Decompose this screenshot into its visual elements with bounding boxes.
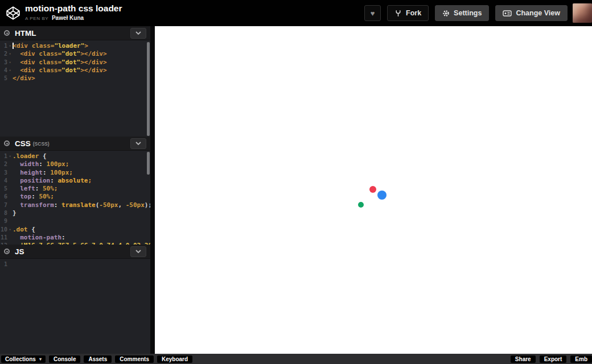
- html-editor-header: HTML: [0, 26, 150, 40]
- fold-gutter: [7, 160, 13, 168]
- code-text: height: 100px;: [13, 169, 73, 177]
- html-code-area[interactable]: 1▾<div class="loader">2▾ <div class="dot…: [0, 40, 150, 82]
- footer-button-label: Export: [544, 356, 562, 362]
- code-line: 1▾.loader {: [0, 152, 150, 160]
- code-line: 2 width: 100px;: [0, 160, 150, 168]
- editor-settings-gear-icon[interactable]: [4, 140, 10, 146]
- fold-gutter: [7, 217, 13, 225]
- fold-gutter: [7, 177, 13, 185]
- footer-button-share[interactable]: Share: [511, 355, 536, 363]
- code-line: 4▾ <div class="dot"></div>: [0, 67, 150, 75]
- js-code-area[interactable]: 1: [0, 259, 150, 268]
- chevron-down-icon: ▾: [39, 355, 42, 363]
- footer-button-label: Share: [515, 356, 531, 362]
- line-number: 3: [0, 169, 7, 177]
- footer-button-assets[interactable]: Assets: [84, 355, 112, 363]
- fold-arrow-icon[interactable]: ▾: [7, 152, 13, 160]
- code-line: 1: [0, 260, 150, 268]
- footer-button-keyboard[interactable]: Keyboard: [157, 355, 192, 363]
- fold-arrow-icon[interactable]: ▾: [7, 50, 13, 58]
- footer-button-emb[interactable]: Emb: [570, 355, 592, 363]
- code-text: top: 50%;: [13, 193, 54, 201]
- line-number: 6: [0, 193, 7, 201]
- code-text: .loader {: [13, 152, 47, 160]
- css-code-area[interactable]: 1▾.loader {2 width: 100px;3 height: 100p…: [0, 151, 150, 245]
- code-text: <div class="dot"></div>: [13, 50, 107, 58]
- avatar[interactable]: [573, 3, 592, 23]
- footer-button-collections[interactable]: Collections▾: [1, 355, 46, 363]
- code-text: <div class="loader">: [13, 42, 88, 50]
- fold-arrow-icon[interactable]: ▾: [7, 226, 13, 234]
- line-number: 11: [0, 234, 7, 242]
- footer-button-comments[interactable]: Comments: [115, 355, 154, 363]
- codepen-logo-icon[interactable]: [6, 6, 20, 20]
- js-editor-section: JS 1: [0, 245, 150, 354]
- code-text: .dot {: [13, 226, 35, 234]
- line-number: 8: [0, 209, 7, 217]
- code-line: 4 position: absolute;: [0, 177, 150, 185]
- line-number: 2: [0, 50, 7, 58]
- code-text: transform: translate(-50px, -50px);: [13, 201, 150, 209]
- line-number: 7: [0, 201, 7, 209]
- chevron-down-icon: [135, 31, 141, 35]
- fold-arrow-icon[interactable]: ▾: [7, 59, 13, 67]
- code-text: }: [13, 209, 17, 217]
- fork-button[interactable]: Fork: [387, 5, 429, 21]
- code-text: </div>: [13, 75, 35, 82]
- pen-byline: A PEN BY Paweł Kuna: [25, 15, 122, 21]
- byline-prefix: A PEN BY: [25, 16, 48, 21]
- footer-button-export[interactable]: Export: [540, 355, 567, 363]
- css-collapse-button[interactable]: [130, 138, 146, 149]
- fold-gutter: [7, 234, 13, 242]
- footer-button-label: Keyboard: [162, 356, 188, 362]
- editor-settings-gear-icon[interactable]: [4, 30, 10, 36]
- html-collapse-button[interactable]: [130, 28, 146, 39]
- line-number: 3: [0, 59, 7, 67]
- fold-gutter: [7, 169, 13, 177]
- code-line: 8}: [0, 209, 150, 217]
- code-line: 10▾.dot {: [0, 226, 150, 234]
- loader-dot-green: [358, 202, 364, 208]
- line-number: 1: [0, 260, 7, 268]
- heart-icon: ♥: [371, 9, 375, 18]
- love-button[interactable]: ♥: [364, 5, 381, 21]
- code-text: left: 50%;: [13, 185, 58, 193]
- settings-label: Settings: [454, 9, 482, 17]
- footer-button-label: Collections: [5, 355, 36, 363]
- chevron-down-icon: [135, 142, 141, 145]
- css-editor-scrollbar[interactable]: [147, 152, 150, 175]
- editor-preview-divider[interactable]: [150, 26, 155, 354]
- code-text: <div class="dot"></div>: [13, 67, 107, 75]
- js-editor-header: JS: [0, 245, 150, 259]
- change-view-label: Change View: [516, 9, 560, 17]
- settings-button[interactable]: Settings: [435, 5, 489, 21]
- fold-arrow-icon[interactable]: ▾: [7, 67, 13, 75]
- code-line: 9: [0, 217, 150, 225]
- line-number: 10: [0, 226, 7, 234]
- fold-gutter: [7, 185, 13, 193]
- code-text: position: absolute;: [13, 177, 92, 185]
- line-number: 1: [0, 42, 7, 50]
- footer-button-label: Emb: [575, 356, 587, 362]
- loader-dot-red: [369, 186, 376, 193]
- change-view-button[interactable]: Change View: [495, 5, 568, 21]
- js-collapse-button[interactable]: [130, 246, 146, 257]
- fold-arrow-icon[interactable]: ▾: [7, 42, 13, 50]
- code-line: 11 motion-path:: [0, 234, 150, 242]
- css-editor-header: CSS (SCSS): [0, 136, 150, 151]
- loader-dot-blue: [377, 191, 387, 200]
- code-line: 2▾ <div class="dot"></div>: [0, 50, 150, 58]
- top-header: motion-path css loader A PEN BY Paweł Ku…: [0, 0, 592, 26]
- footer-button-console[interactable]: Console: [49, 355, 80, 363]
- preview-pane: [155, 26, 592, 354]
- code-line: 1▾<div class="loader">: [0, 42, 150, 50]
- fold-gutter: [7, 260, 13, 268]
- editor-settings-gear-icon[interactable]: [4, 249, 10, 254]
- line-number: 5: [0, 185, 7, 193]
- html-editor-section: HTML 1▾<div class="loader">2▾ <div class…: [0, 26, 150, 136]
- fold-gutter: [7, 75, 13, 82]
- html-editor-scrollbar[interactable]: [147, 42, 150, 136]
- pen-author[interactable]: Paweł Kuna: [52, 15, 84, 21]
- fork-icon: [394, 10, 402, 17]
- editor-column: HTML 1▾<div class="loader">2▾ <div class…: [0, 26, 150, 354]
